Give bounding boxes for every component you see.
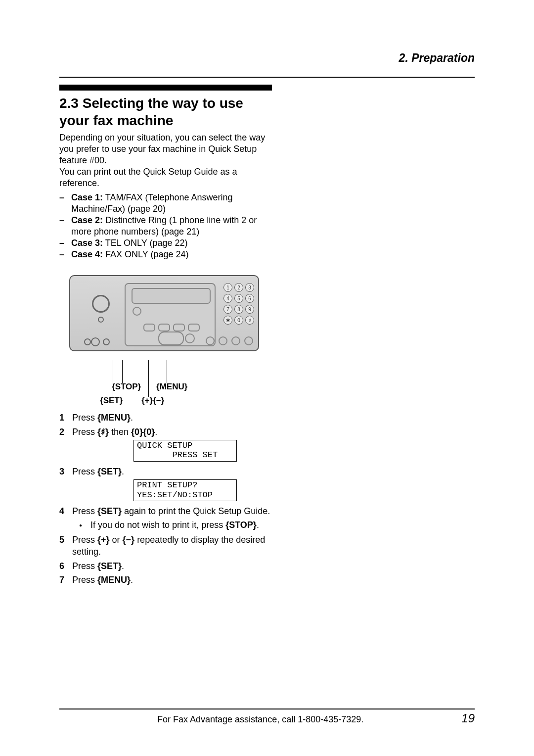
callout-menu: {MENU} (156, 382, 187, 392)
footer-assist: For Fax Advantage assistance, call 1-800… (59, 714, 461, 725)
case-2: Case 2: Distinctive Ring (1 phone line w… (59, 215, 272, 237)
button-icon (185, 333, 195, 343)
step-number: 6 (59, 560, 72, 572)
key-4-icon: 4 (223, 294, 232, 303)
step-2: 2 Press ♯ then 00. (59, 426, 272, 438)
page-number: 19 (461, 711, 475, 725)
button-icon (133, 307, 141, 316)
step-number: 4 (59, 505, 72, 517)
case-1: Case 1: TAM/FAX (Telephone Answering Mac… (59, 192, 272, 215)
step-text: Press (72, 575, 97, 585)
lcd-screen-icon (132, 288, 211, 304)
section-number: 2.3 (59, 95, 79, 111)
lcd-display-2: PRINT SETUP? YES:SET/NO:STOP (134, 479, 237, 501)
case-3-label: Case 3: (71, 238, 103, 248)
case-4-label: Case 4: (71, 249, 103, 259)
key-7-icon: 7 (223, 305, 232, 314)
case-4: Case 4: FAX ONLY (page 24) (59, 249, 272, 260)
leader-line-icon (148, 360, 149, 397)
step-number: 2 (59, 426, 72, 438)
step-text: or (110, 535, 123, 545)
content-column: 2.3 Selecting the way to use your fax ma… (59, 85, 272, 586)
key-set: SET (97, 561, 122, 571)
step-4-sub: If you do not wish to print it, press ST… (79, 520, 272, 531)
footer: For Fax Advantage assistance, call 1-800… (59, 711, 475, 725)
key-hash-icon: ♯ (245, 316, 254, 325)
case-3: Case 3: TEL ONLY (page 22) (59, 237, 272, 249)
key-2-icon: 2 (234, 283, 243, 292)
key-menu: MENU (97, 575, 131, 585)
section-title-text: Selecting the way to use your fax machin… (59, 95, 243, 128)
step-text: . (122, 467, 124, 476)
page: 2. Preparation 2.3 Selecting the way to … (0, 0, 534, 756)
case-4-text: FAX ONLY (page 24) (103, 249, 188, 259)
step-number: 7 (59, 574, 72, 586)
step-3: 3 Press SET. (59, 466, 272, 477)
intro-paragraph-2: You can print out the Quick Setup Guide … (59, 166, 272, 189)
step-text: . (122, 561, 124, 571)
step-7: 7 Press MENU. (59, 574, 272, 586)
header-rule (59, 77, 475, 78)
step-5: 5 Press + or − repeatedly to display the… (59, 534, 272, 558)
key-menu: MENU (97, 413, 131, 423)
step-text: If you do not wish to print it, press (90, 520, 225, 530)
button-icon (91, 337, 100, 346)
numeric-keypad-icon: 1 2 3 4 5 6 7 8 9 ✱ 0 ♯ (223, 283, 253, 325)
step-1: 1 Press MENU. (59, 412, 272, 424)
step-text: Press (72, 561, 97, 571)
button-icon (98, 317, 104, 323)
step-text: Press (72, 467, 97, 476)
lcd-display-1: QUICK SETUP PRESS SET (134, 440, 237, 462)
key-minus: − (123, 535, 135, 545)
button-row-icon (143, 324, 200, 331)
case-2-label: Case 2: (71, 215, 103, 225)
step-4: 4 Press SET again to print the Quick Set… (59, 505, 272, 517)
key-0: 0 (143, 427, 155, 437)
key-star-icon: ✱ (223, 316, 232, 325)
fax-illustration: 1 2 3 4 5 6 7 8 9 ✱ 0 ♯ (69, 275, 257, 359)
button-icon (84, 338, 91, 345)
section-title: 2.3 Selecting the way to use your fax ma… (59, 94, 272, 129)
key-3-icon: 3 (245, 283, 254, 292)
fax-left-controls-icon (75, 286, 125, 345)
section-bar (59, 85, 272, 91)
key-9-icon: 9 (245, 305, 254, 314)
key-0: 0 (131, 427, 143, 437)
callout-leaders: {STOP} {MENU} {SET} {+}{−} (69, 364, 257, 404)
step-text: . (131, 413, 133, 423)
callout-stop: {STOP} (112, 382, 141, 392)
key-1-icon: 1 (223, 283, 232, 292)
step-number: 1 (59, 412, 72, 424)
step-number: 5 (59, 534, 72, 558)
button-icon (103, 338, 110, 345)
step-text: Press (72, 427, 97, 437)
case-3-text: TEL ONLY (page 22) (103, 238, 187, 248)
case-1-label: Case 1: (71, 192, 103, 202)
leader-line-icon (167, 360, 167, 383)
fax-body-icon: 1 2 3 4 5 6 7 8 9 ✱ 0 ♯ (69, 275, 259, 351)
soft-key-row-icon (206, 336, 253, 345)
key-6-icon: 6 (245, 294, 254, 303)
leader-line-icon (122, 360, 123, 383)
step-text: . (257, 520, 259, 530)
callout-set: {SET} (100, 396, 123, 406)
key-8-icon: 8 (234, 305, 243, 314)
case-list: Case 1: TAM/FAX (Telephone Answering Mac… (59, 192, 272, 260)
callout-plus-minus: {+}{−} (141, 396, 164, 406)
key-5-icon: 5 (234, 294, 243, 303)
step-6: 6 Press SET. (59, 560, 272, 572)
step-text: Press (72, 413, 97, 423)
step-number: 3 (59, 466, 72, 477)
nav-pad-icon (158, 331, 184, 345)
key-plus: + (97, 535, 110, 545)
step-list: 1 Press MENU. 2 Press ♯ then 00. QUICK S… (59, 412, 272, 586)
step-text: Press (72, 535, 97, 545)
key-stop: STOP (225, 520, 257, 530)
intro-paragraph-1: Depending on your situation, you can sel… (59, 132, 272, 166)
key-hash: ♯ (97, 427, 109, 437)
key-0-icon: 0 (234, 316, 243, 325)
step-text: . (131, 575, 133, 585)
center-panel-icon (125, 283, 216, 346)
chapter-label: 2. Preparation (59, 51, 475, 65)
step-text: again to print the Quick Setup Guide. (122, 506, 270, 516)
